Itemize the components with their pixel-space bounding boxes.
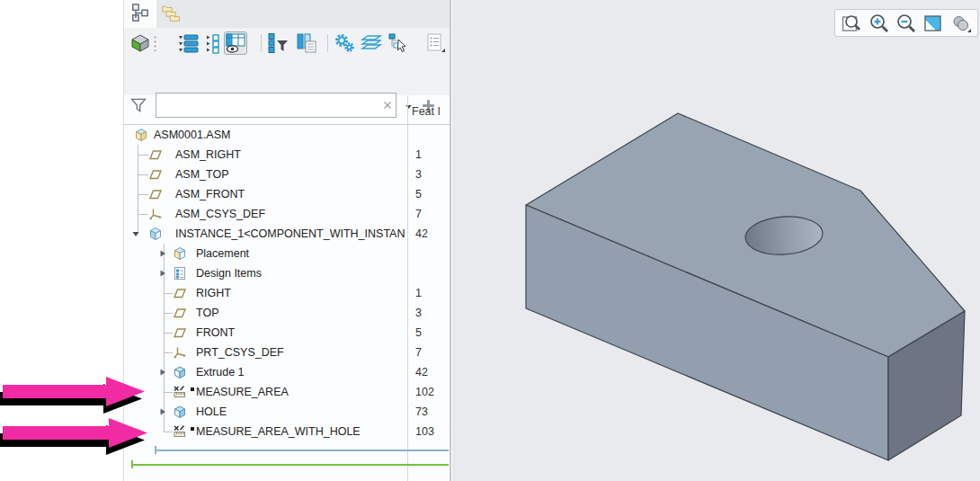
view-toolbar [834, 9, 978, 37]
feat-column-separator[interactable] [407, 95, 408, 481]
tree-connector [164, 293, 173, 294]
tab-folder-browser[interactable] [158, 1, 185, 27]
drag-handle-dots [154, 35, 156, 51]
tree-row[interactable]: ASM_RIGHT1 [124, 145, 448, 165]
model-tree-icon [130, 3, 150, 26]
select-in-tree-icon[interactable] [388, 32, 409, 54]
tree-item-label: ASM0001.ASM [154, 129, 230, 142]
tree-item-label: RIGHT [196, 287, 231, 300]
tree-row[interactable]: Placement [124, 244, 448, 263]
feat-id-value: 42 [415, 227, 428, 241]
tree-columns-icon[interactable] [225, 32, 246, 54]
tab-model-tree[interactable] [127, 1, 154, 27]
tree-filter-input[interactable] [156, 93, 396, 118]
insert-indicator-line-blue[interactable] [156, 450, 449, 451]
feat-id-value: 5 [415, 188, 422, 201]
tree-row[interactable]: INSTANCE_1<COMPONENT_WITH_INSTANC42 [124, 224, 448, 244]
tree-filter-icon[interactable] [267, 32, 289, 54]
tree-item-label: HOLE [196, 405, 227, 419]
part-icon [148, 227, 163, 241]
show-icon[interactable] [129, 32, 151, 54]
tree-column-settings-icon[interactable] [296, 32, 317, 54]
tree-item-label: ASM_RIGHT [175, 148, 241, 162]
csys-icon [148, 207, 163, 221]
datum-plane-icon [148, 187, 163, 201]
design-items-icon [173, 266, 187, 281]
funnel-icon [129, 96, 147, 114]
tree-connector [138, 194, 148, 195]
tree-item-label: Placement [196, 247, 249, 261]
placement-icon [173, 246, 187, 261]
tree-connector [138, 214, 148, 215]
expand-toggle-icon[interactable] [158, 269, 167, 278]
zoom-in-icon[interactable] [869, 13, 890, 34]
feat-id-column-header[interactable]: Feat I [412, 105, 441, 118]
feat-id-value: 102 [415, 386, 434, 399]
tree-row[interactable]: FRONT5 [124, 323, 448, 343]
layers-icon[interactable] [361, 32, 382, 54]
tree-item-label: MEASURE_AREA_WITH_HOLE [196, 425, 361, 439]
toolbar-separator [261, 34, 262, 52]
clear-filter-icon[interactable] [381, 99, 394, 111]
tree-connector [164, 333, 173, 334]
tree-row[interactable]: PRT_CSYS_DEF7 [124, 343, 448, 362]
tree-row[interactable]: ASM_FRONT5 [124, 184, 448, 204]
tree-row[interactable]: Extrude 142 [124, 362, 448, 382]
expand-toggle-icon[interactable] [158, 249, 167, 258]
3d-model[interactable] [452, 0, 980, 481]
tree-row[interactable]: MEASURE_AREA102 [124, 382, 448, 402]
tree-item-label: FRONT [196, 326, 235, 340]
insert-indicator-line-green[interactable] [132, 464, 449, 466]
graphics-area[interactable] [452, 0, 980, 481]
datum-plane-icon [173, 325, 187, 340]
feat-id-value: 42 [415, 366, 428, 379]
tree-row[interactable]: ASM_CSYS_DEF7 [124, 204, 448, 224]
feat-id-value: 5 [415, 326, 422, 340]
tree-row[interactable]: HOLE73 [124, 402, 448, 422]
zoom-out-icon[interactable] [895, 13, 917, 34]
extrude-icon [173, 365, 187, 379]
tree-connector [164, 392, 173, 393]
tree-connector [164, 352, 173, 353]
expand-toggle-icon[interactable] [158, 407, 167, 416]
expand-toggle-icon[interactable] [158, 368, 167, 377]
tree-row[interactable]: Design Items [124, 263, 448, 283]
tree-row[interactable]: TOP3 [124, 303, 448, 323]
tree-toolbar-zone [124, 28, 450, 95]
tree-item-label: MEASURE_AREA [196, 386, 289, 399]
assembly-icon [134, 128, 148, 142]
collapse-all-icon[interactable] [205, 32, 227, 54]
datum-plane-icon [148, 167, 163, 182]
toolbar-separator [327, 34, 328, 52]
tree-row[interactable]: RIGHT1 [124, 283, 448, 303]
extrude-icon [173, 405, 187, 419]
model-tree: ASM0001.ASMASM_RIGHT1ASM_TOP3ASM_FRONT5A… [124, 125, 448, 441]
tree-row[interactable]: ASM0001.ASM [124, 125, 448, 145]
feat-id-value: 1 [415, 148, 422, 162]
zoom-region-icon[interactable] [841, 13, 862, 34]
collapse-toggle-icon[interactable] [131, 229, 140, 238]
display-style-icon[interactable] [950, 13, 972, 34]
tree-row[interactable]: MEASURE_AREA_WITH_HOLE103 [124, 422, 448, 441]
tree-item-label: INSTANCE_1<COMPONENT_WITH_INSTANC [175, 227, 405, 241]
measure-icon [173, 424, 187, 439]
tree-connector [138, 174, 148, 175]
feat-id-value: 7 [415, 208, 422, 221]
feat-id-value: 1 [415, 287, 422, 300]
tree-document-icon[interactable] [424, 32, 446, 54]
expand-all-icon[interactable] [178, 32, 200, 54]
datum-plane-icon [173, 286, 187, 300]
sensor-marker-icon [191, 387, 194, 391]
tree-connector [164, 432, 173, 432]
repaint-icon[interactable] [922, 13, 944, 34]
feat-id-value: 3 [415, 307, 422, 320]
tab-strip-background [156, 0, 450, 28]
tree-item-label: Design Items [196, 267, 262, 281]
tree-item-label: TOP [196, 307, 218, 320]
tree-row[interactable]: ASM_TOP3 [124, 165, 448, 184]
feat-id-value: 7 [415, 346, 422, 360]
settings-gears-icon[interactable] [334, 32, 355, 54]
tree-item-label: ASM_TOP [175, 168, 229, 182]
datum-plane-icon [148, 147, 163, 162]
feat-id-value: 73 [415, 405, 428, 419]
